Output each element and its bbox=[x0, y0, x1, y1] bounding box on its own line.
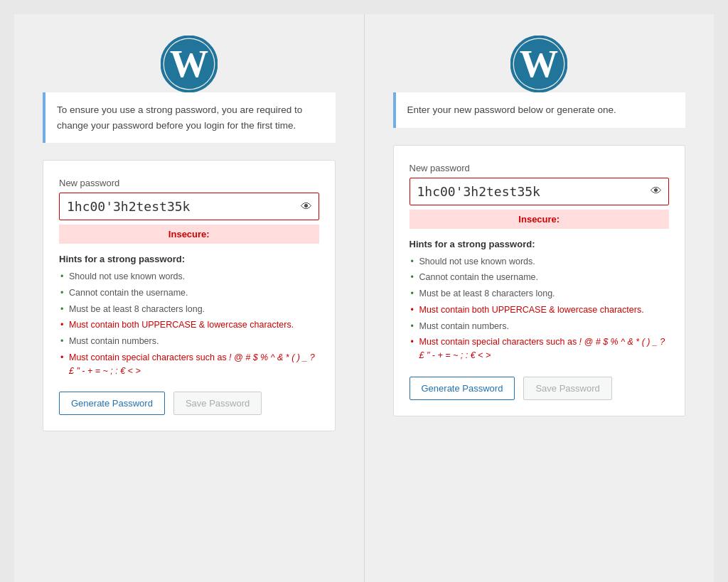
left-btn-row: Generate Password Save Password bbox=[59, 392, 319, 415]
right-hint-5: Must contain numbers. bbox=[410, 320, 670, 333]
left-card: New password 👁︎ Insecure: Hints for a st… bbox=[43, 160, 336, 431]
wordpress-logo-left: W bbox=[161, 36, 218, 92]
left-hint-1: Should not use known words. bbox=[59, 270, 319, 284]
right-field-label: New password bbox=[410, 163, 670, 173]
right-info-text: Enter your new password below or generat… bbox=[407, 104, 616, 115]
left-info-text: To ensure you use a strong password, you… bbox=[57, 104, 302, 131]
right-password-input[interactable] bbox=[410, 178, 670, 205]
left-hints-list: Should not use known words. Cannot conta… bbox=[59, 270, 319, 377]
right-hints-list: Should not use known words. Cannot conta… bbox=[410, 255, 670, 362]
right-generate-button[interactable]: Generate Password bbox=[410, 377, 515, 400]
left-password-input[interactable] bbox=[59, 193, 319, 220]
right-hint-2: Cannot contain the username. bbox=[410, 271, 670, 284]
left-info-box: To ensure you use a strong password, you… bbox=[43, 92, 336, 143]
right-hint-4: Must contain both UPPERCASE & lowercase … bbox=[410, 303, 670, 317]
left-hints-title: Hints for a strong password: bbox=[59, 254, 319, 264]
left-panel: W To ensure you use a strong password, y… bbox=[14, 14, 365, 582]
right-card: New password 👁︎ Insecure: Hints for a st… bbox=[393, 145, 686, 416]
right-hints-title: Hints for a strong password: bbox=[410, 239, 670, 249]
right-info-box: Enter your new password below or generat… bbox=[393, 92, 686, 128]
left-hint-2: Cannot contain the username. bbox=[59, 286, 319, 300]
left-generate-button[interactable]: Generate Password bbox=[59, 392, 165, 415]
wordpress-logo-right: W bbox=[510, 36, 567, 92]
left-password-wrap: 👁︎ bbox=[59, 193, 319, 220]
right-insecure-badge: Insecure: bbox=[410, 210, 670, 229]
page-wrapper: W To ensure you use a strong password, y… bbox=[14, 14, 714, 582]
left-hint-3: Must be at least 8 characters long. bbox=[59, 303, 319, 316]
right-btn-row: Generate Password Save Password bbox=[410, 377, 670, 400]
left-insecure-badge: Insecure: bbox=[59, 225, 319, 244]
left-hint-5: Must contain numbers. bbox=[59, 335, 319, 348]
right-password-wrap: 👁︎ bbox=[410, 178, 670, 205]
right-eye-icon[interactable]: 👁︎ bbox=[651, 185, 662, 198]
right-panel: W Enter your new password below or gener… bbox=[365, 14, 714, 582]
right-hint-3: Must be at least 8 characters long. bbox=[410, 287, 670, 301]
left-save-button[interactable]: Save Password bbox=[173, 392, 262, 415]
left-field-label: New password bbox=[59, 178, 319, 188]
left-hint-6: Must contain special characters such as … bbox=[59, 351, 319, 378]
right-hint-1: Should not use known words. bbox=[410, 255, 670, 269]
svg-text:W: W bbox=[170, 43, 208, 85]
left-eye-icon[interactable]: 👁︎ bbox=[301, 200, 312, 213]
left-hint-4: Must contain both UPPERCASE & lowercase … bbox=[59, 318, 319, 332]
svg-text:W: W bbox=[520, 43, 558, 85]
right-hint-6: Must contain special characters such as … bbox=[410, 335, 670, 362]
right-save-button[interactable]: Save Password bbox=[523, 377, 611, 400]
